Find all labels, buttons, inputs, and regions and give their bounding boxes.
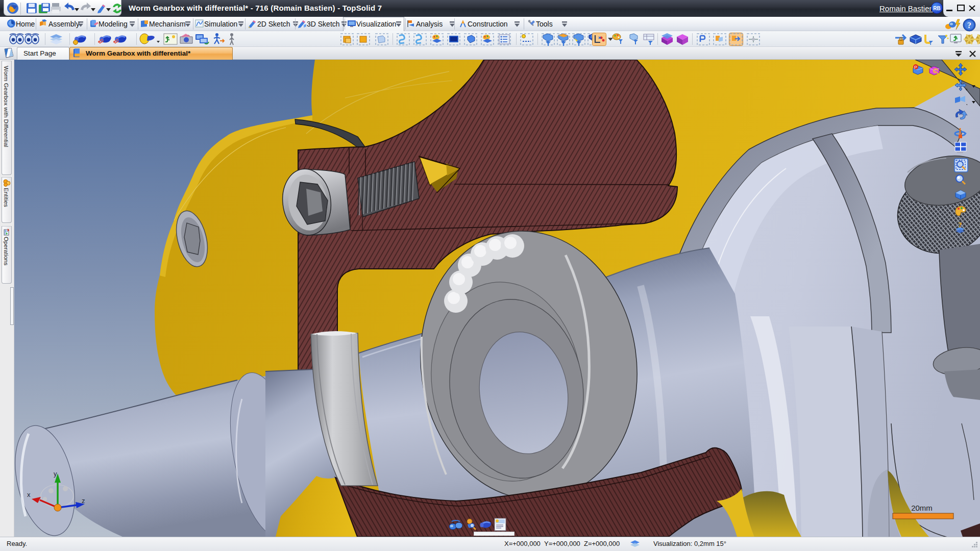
svg-text:z: z — [82, 497, 85, 505]
svg-text:?: ? — [967, 21, 971, 30]
svg-text:y: y — [54, 470, 57, 478]
svg-text:P: P — [914, 65, 917, 70]
svg-text:20mm: 20mm — [911, 504, 933, 512]
svg-text:x: x — [27, 491, 31, 498]
svg-text:?: ? — [959, 221, 962, 229]
